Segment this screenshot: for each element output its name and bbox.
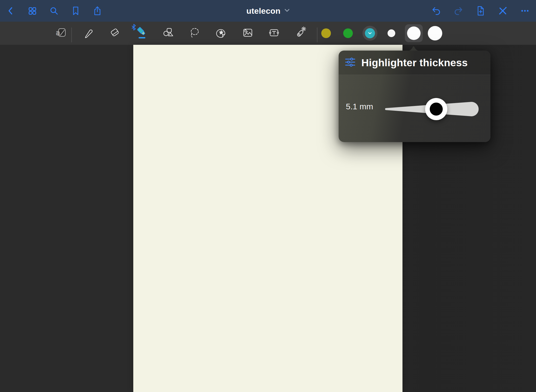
popover-arrow (408, 45, 419, 51)
back-button[interactable] (5, 5, 16, 17)
search-icon (48, 5, 60, 16)
color-swatch-yellow[interactable] (321, 28, 331, 38)
tool-sticker[interactable] (210, 22, 232, 45)
add-page-icon (475, 5, 486, 16)
toolbar-divider (317, 27, 317, 42)
title-chevron-down-icon[interactable] (284, 9, 290, 13)
share-icon (92, 5, 103, 16)
add-page-button[interactable] (475, 5, 486, 17)
share-button[interactable] (92, 5, 103, 17)
stylus-mode-button[interactable] (497, 5, 509, 17)
shapes-icon (162, 26, 174, 40)
text-icon (268, 26, 281, 40)
toolbar-divider (71, 27, 72, 42)
back-chevron-icon (5, 5, 16, 17)
pen-icon (83, 27, 95, 40)
thickness-preset-medium-selected[interactable] (405, 24, 423, 42)
undo-icon (431, 5, 442, 16)
lasso-icon (188, 26, 201, 40)
search-button[interactable] (48, 5, 60, 17)
navigation-bar: utelecon (0, 0, 536, 22)
stylus-crossed-icon (497, 5, 508, 16)
popover-title: Highlighter thickness (339, 57, 490, 69)
tool-shapes[interactable] (157, 22, 179, 45)
page-thumbnails-button[interactable] (27, 5, 38, 17)
tool-read-only-mode[interactable]: a (50, 22, 73, 45)
slider-track (339, 75, 490, 142)
redo-button[interactable] (453, 5, 464, 17)
image-icon (241, 26, 254, 40)
app-window: utelecon a (0, 0, 536, 392)
teal-swatch-circle (365, 28, 375, 38)
sticker-icon (215, 26, 228, 40)
bluetooth-icon (131, 24, 136, 32)
redo-icon (453, 5, 464, 16)
svg-text:a: a (56, 29, 60, 37)
undo-button[interactable] (430, 5, 442, 17)
eraser-icon (109, 26, 121, 40)
bookmark-icon (70, 5, 81, 16)
slider-thumb[interactable] (425, 98, 447, 120)
tool-highlighter[interactable] (131, 22, 153, 45)
tool-pen[interactable] (78, 22, 100, 45)
popover-header: Highlighter thickness (339, 51, 490, 75)
highlighter-thickness-popover: Highlighter thickness 5.1 mm (339, 51, 490, 142)
sliders-icon (345, 57, 355, 67)
read-only-mode-icon: a (55, 26, 68, 40)
ellipsis-icon (519, 5, 530, 16)
document-title[interactable]: utelecon (246, 6, 280, 16)
popover-body: 5.1 mm (339, 75, 490, 142)
tool-image[interactable] (237, 22, 259, 45)
color-swatch-green[interactable] (343, 28, 353, 38)
thickness-medium-circle (407, 26, 421, 40)
tool-text[interactable] (263, 22, 285, 45)
thickness-slider[interactable] (339, 75, 490, 142)
tool-eraser[interactable] (104, 22, 126, 45)
bookmark-button[interactable] (70, 5, 81, 17)
nav-left-group (5, 0, 103, 22)
grid-icon (27, 5, 38, 16)
color-swatch-teal-selected[interactable] (362, 26, 377, 41)
tool-lasso[interactable] (184, 22, 206, 45)
thickness-preset-large[interactable] (428, 26, 442, 40)
more-button[interactable] (519, 5, 531, 17)
nav-right-group (430, 0, 531, 22)
highlighter-icon (135, 26, 148, 40)
tool-laser-pointer[interactable] (289, 22, 311, 45)
tools-toolbar: a (0, 22, 536, 45)
slider-thumb-dot (430, 103, 443, 116)
swatch-chevron-down-icon (368, 31, 372, 35)
thickness-preset-small[interactable] (388, 29, 395, 37)
laser-pointer-icon (293, 26, 307, 40)
